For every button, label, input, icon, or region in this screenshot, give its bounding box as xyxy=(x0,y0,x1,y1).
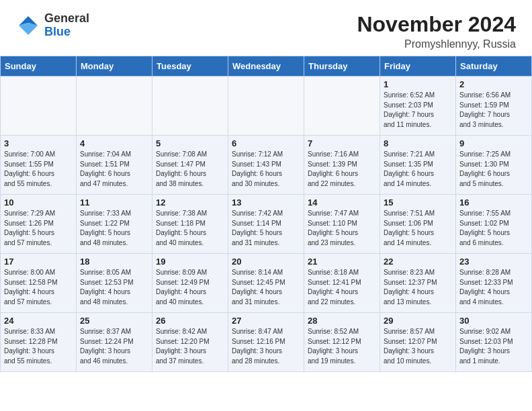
day-detail: Sunrise: 8:05 AM Sunset: 12:53 PM Daylig… xyxy=(80,268,148,307)
calendar-cell: 18Sunrise: 8:05 AM Sunset: 12:53 PM Dayl… xyxy=(77,254,152,313)
title-block: November 2024 Promyshlennyy, Russia xyxy=(357,12,516,50)
day-number: 28 xyxy=(308,316,376,326)
calendar-cell: 4Sunrise: 7:04 AM Sunset: 1:51 PM Daylig… xyxy=(77,136,152,195)
calendar-cell: 16Sunrise: 7:55 AM Sunset: 1:02 PM Dayli… xyxy=(456,195,532,254)
logo-blue-text: Blue xyxy=(44,25,71,38)
day-number: 13 xyxy=(232,197,300,208)
calendar-cell: 3Sunrise: 7:00 AM Sunset: 1:55 PM Daylig… xyxy=(1,136,77,195)
day-detail: Sunrise: 7:04 AM Sunset: 1:51 PM Dayligh… xyxy=(80,150,148,189)
day-detail: Sunrise: 8:14 AM Sunset: 12:45 PM Daylig… xyxy=(232,268,300,307)
weekday-header-wednesday: Wednesday xyxy=(228,56,304,77)
calendar-cell: 30Sunrise: 9:02 AM Sunset: 12:03 PM Dayl… xyxy=(456,313,532,372)
calendar-cell: 2Sunrise: 6:56 AM Sunset: 1:59 PM Daylig… xyxy=(456,77,532,136)
calendar-cell: 9Sunrise: 7:25 AM Sunset: 1:30 PM Daylig… xyxy=(456,136,532,195)
weekday-header-thursday: Thursday xyxy=(304,56,380,77)
calendar-cell: 7Sunrise: 7:16 AM Sunset: 1:39 PM Daylig… xyxy=(304,136,380,195)
day-number: 6 xyxy=(232,138,300,148)
logo-icon xyxy=(16,13,40,38)
calendar-cell: 22Sunrise: 8:23 AM Sunset: 12:37 PM Dayl… xyxy=(380,254,456,313)
day-number: 21 xyxy=(308,257,376,267)
calendar-cell: 25Sunrise: 8:37 AM Sunset: 12:24 PM Dayl… xyxy=(77,313,152,372)
calendar-cell: 17Sunrise: 8:00 AM Sunset: 12:58 PM Dayl… xyxy=(1,254,77,313)
logo-general-text: General xyxy=(44,11,89,25)
day-number: 10 xyxy=(4,197,73,208)
calendar-cell: 23Sunrise: 8:28 AM Sunset: 12:33 PM Dayl… xyxy=(456,254,532,313)
week-row-2: 3Sunrise: 7:00 AM Sunset: 1:55 PM Daylig… xyxy=(1,136,532,195)
day-number: 19 xyxy=(156,257,224,267)
weekday-header-tuesday: Tuesday xyxy=(152,56,228,77)
day-number: 16 xyxy=(459,197,528,208)
day-number: 23 xyxy=(459,257,528,267)
day-detail: Sunrise: 7:33 AM Sunset: 1:22 PM Dayligh… xyxy=(80,209,148,248)
day-detail: Sunrise: 8:33 AM Sunset: 12:28 PM Daylig… xyxy=(4,327,73,366)
day-detail: Sunrise: 8:42 AM Sunset: 12:20 PM Daylig… xyxy=(156,327,224,366)
day-number: 7 xyxy=(308,138,376,148)
calendar-cell: 15Sunrise: 7:51 AM Sunset: 1:06 PM Dayli… xyxy=(380,195,456,254)
week-row-3: 10Sunrise: 7:29 AM Sunset: 1:26 PM Dayli… xyxy=(1,195,532,254)
day-number: 26 xyxy=(156,316,224,326)
day-detail: Sunrise: 9:02 AM Sunset: 12:03 PM Daylig… xyxy=(459,327,528,366)
calendar-cell: 13Sunrise: 7:42 AM Sunset: 1:14 PM Dayli… xyxy=(228,195,304,254)
calendar-cell: 6Sunrise: 7:12 AM Sunset: 1:43 PM Daylig… xyxy=(228,136,304,195)
calendar-cell: 12Sunrise: 7:38 AM Sunset: 1:18 PM Dayli… xyxy=(152,195,228,254)
calendar-cell xyxy=(152,77,228,136)
week-row-1: 1Sunrise: 6:52 AM Sunset: 2:03 PM Daylig… xyxy=(1,77,532,136)
calendar-cell: 10Sunrise: 7:29 AM Sunset: 1:26 PM Dayli… xyxy=(1,195,77,254)
day-detail: Sunrise: 7:29 AM Sunset: 1:26 PM Dayligh… xyxy=(4,209,73,248)
calendar-table: SundayMondayTuesdayWednesdayThursdayFrid… xyxy=(0,56,532,372)
day-number: 22 xyxy=(384,257,452,267)
day-detail: Sunrise: 7:38 AM Sunset: 1:18 PM Dayligh… xyxy=(156,209,224,248)
day-detail: Sunrise: 7:00 AM Sunset: 1:55 PM Dayligh… xyxy=(4,150,73,189)
weekday-header-monday: Monday xyxy=(77,56,152,77)
day-detail: Sunrise: 7:51 AM Sunset: 1:06 PM Dayligh… xyxy=(384,209,452,248)
calendar-cell: 24Sunrise: 8:33 AM Sunset: 12:28 PM Dayl… xyxy=(1,313,77,372)
day-detail: Sunrise: 7:12 AM Sunset: 1:43 PM Dayligh… xyxy=(232,150,300,189)
day-number: 18 xyxy=(80,257,148,267)
day-detail: Sunrise: 6:56 AM Sunset: 1:59 PM Dayligh… xyxy=(459,91,528,130)
day-number: 12 xyxy=(156,197,224,208)
day-detail: Sunrise: 8:23 AM Sunset: 12:37 PM Daylig… xyxy=(384,268,452,307)
day-number: 14 xyxy=(308,197,376,208)
calendar-cell xyxy=(228,77,304,136)
calendar-cell: 1Sunrise: 6:52 AM Sunset: 2:03 PM Daylig… xyxy=(380,77,456,136)
day-detail: Sunrise: 8:52 AM Sunset: 12:12 PM Daylig… xyxy=(308,327,376,366)
day-number: 15 xyxy=(384,197,452,208)
day-detail: Sunrise: 7:47 AM Sunset: 1:10 PM Dayligh… xyxy=(308,209,376,248)
calendar-cell: 8Sunrise: 7:21 AM Sunset: 1:35 PM Daylig… xyxy=(380,136,456,195)
week-row-4: 17Sunrise: 8:00 AM Sunset: 12:58 PM Dayl… xyxy=(1,254,532,313)
day-number: 25 xyxy=(80,316,148,326)
day-number: 20 xyxy=(232,257,300,267)
calendar-cell: 21Sunrise: 8:18 AM Sunset: 12:41 PM Dayl… xyxy=(304,254,380,313)
day-number: 3 xyxy=(4,138,73,148)
day-detail: Sunrise: 7:25 AM Sunset: 1:30 PM Dayligh… xyxy=(459,150,528,189)
calendar-cell: 5Sunrise: 7:08 AM Sunset: 1:47 PM Daylig… xyxy=(152,136,228,195)
month-title: November 2024 xyxy=(357,12,516,37)
day-detail: Sunrise: 8:18 AM Sunset: 12:41 PM Daylig… xyxy=(308,268,376,307)
weekday-header-sunday: Sunday xyxy=(1,56,77,77)
day-detail: Sunrise: 6:52 AM Sunset: 2:03 PM Dayligh… xyxy=(384,91,452,130)
calendar-cell: 19Sunrise: 8:09 AM Sunset: 12:49 PM Dayl… xyxy=(152,254,228,313)
day-detail: Sunrise: 8:09 AM Sunset: 12:49 PM Daylig… xyxy=(156,268,224,307)
day-detail: Sunrise: 8:00 AM Sunset: 12:58 PM Daylig… xyxy=(4,268,73,307)
page-header: General Blue November 2024 Promyshlennyy… xyxy=(0,0,532,56)
day-number: 1 xyxy=(384,79,452,89)
calendar-cell xyxy=(1,77,77,136)
day-number: 9 xyxy=(459,138,528,148)
calendar-cell: 26Sunrise: 8:42 AM Sunset: 12:20 PM Dayl… xyxy=(152,313,228,372)
day-number: 4 xyxy=(80,138,148,148)
logo: General Blue xyxy=(16,12,89,39)
calendar-cell xyxy=(304,77,380,136)
day-number: 27 xyxy=(232,316,300,326)
calendar-cell: 20Sunrise: 8:14 AM Sunset: 12:45 PM Dayl… xyxy=(228,254,304,313)
day-number: 17 xyxy=(4,257,73,267)
day-number: 2 xyxy=(459,79,528,89)
week-row-5: 24Sunrise: 8:33 AM Sunset: 12:28 PM Dayl… xyxy=(1,313,532,372)
weekday-header-row: SundayMondayTuesdayWednesdayThursdayFrid… xyxy=(1,56,532,77)
day-number: 24 xyxy=(4,316,73,326)
day-number: 5 xyxy=(156,138,224,148)
weekday-header-friday: Friday xyxy=(380,56,456,77)
location-title: Promyshlennyy, Russia xyxy=(357,38,516,50)
day-number: 29 xyxy=(384,316,452,326)
calendar-cell: 29Sunrise: 8:57 AM Sunset: 12:07 PM Dayl… xyxy=(380,313,456,372)
calendar-cell: 11Sunrise: 7:33 AM Sunset: 1:22 PM Dayli… xyxy=(77,195,152,254)
